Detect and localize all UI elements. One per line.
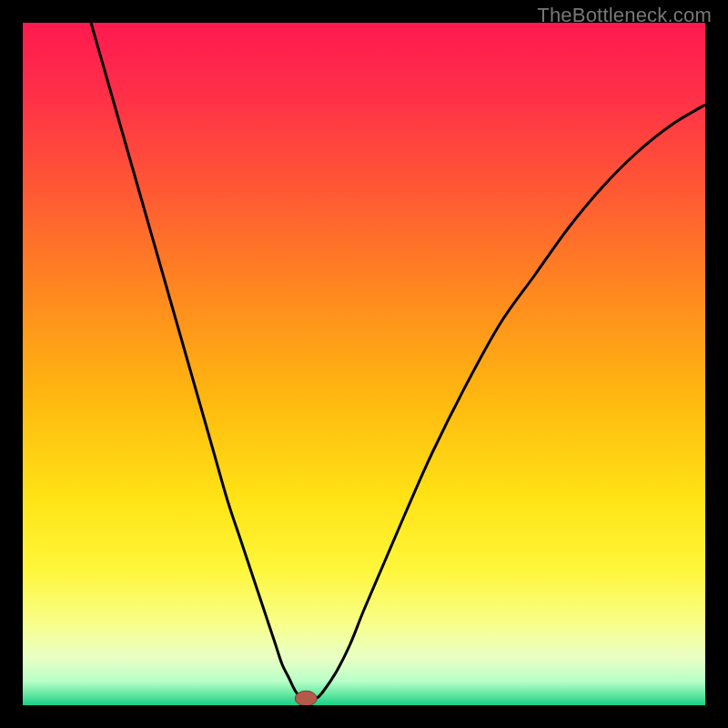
chart-frame: TheBottleneck.com (0, 0, 728, 728)
plot-area (23, 23, 705, 705)
gradient-background (23, 23, 705, 705)
optimal-point-marker (295, 691, 317, 705)
watermark-text: TheBottleneck.com (537, 4, 712, 27)
bottleneck-chart (23, 23, 705, 705)
